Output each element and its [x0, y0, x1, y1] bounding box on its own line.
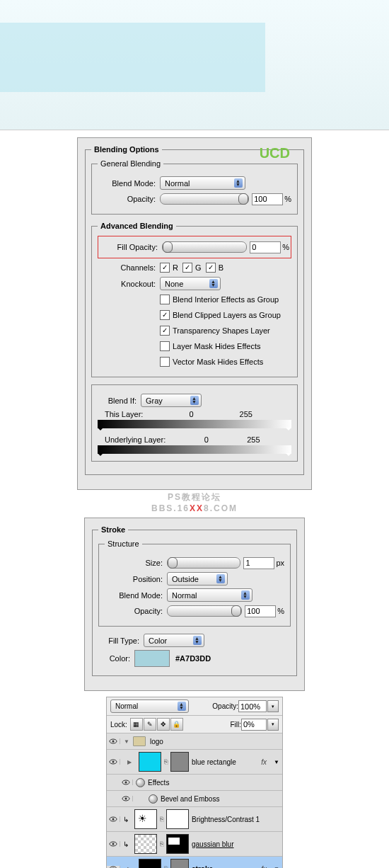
- blend-if-label: Blend If:: [98, 396, 141, 405]
- expand-toggle[interactable]: ▼: [120, 738, 133, 745]
- percent-unit: %: [282, 243, 289, 251]
- blue-rectangle-preview: [0, 23, 265, 92]
- position-label: Position:: [105, 575, 167, 583]
- opacity-stepper[interactable]: ▾: [267, 700, 279, 712]
- ucd-watermark: UCD: [260, 145, 290, 161]
- slider-thumb[interactable]: [168, 557, 178, 569]
- layer-brightness-contrast[interactable]: ↳ ☀ ⎘ Brightness/Contrast 1: [107, 807, 282, 832]
- lock-transparency-button[interactable]: ▦: [130, 718, 143, 731]
- stroke-blend-mode-dropdown[interactable]: Normal ▲▼: [167, 588, 252, 602]
- stroke-panel: Stroke Structure Size: px Position: Outs…: [84, 518, 305, 691]
- svg-point-1: [112, 741, 115, 743]
- layer-label: stroke: [192, 865, 258, 869]
- layer-gaussian-blur[interactable]: ↳ ⎘ gaussian blur: [107, 832, 282, 857]
- layer-label: Brightness/Contrast 1: [192, 816, 279, 823]
- channel-g-checkbox[interactable]: [182, 263, 192, 273]
- fill-label: Fill:: [230, 721, 241, 729]
- visibility-toggle[interactable]: [120, 780, 133, 785]
- slider-thumb[interactable]: [238, 193, 248, 205]
- channel-b-checkbox[interactable]: [206, 263, 216, 273]
- underlying-gradient[interactable]: [98, 445, 291, 454]
- this-layer-max: 255: [240, 410, 252, 418]
- channel-b-label: B: [219, 263, 223, 272]
- gradient-stop-white[interactable]: [286, 453, 291, 459]
- fx-badge[interactable]: fx: [261, 758, 271, 766]
- knockout-dropdown[interactable]: None ▲▼: [160, 277, 221, 290]
- fx-expand[interactable]: ▼: [274, 866, 279, 869]
- gradient-stop-black[interactable]: [98, 428, 103, 433]
- adjustment-thumbnail[interactable]: ☀: [134, 809, 157, 829]
- layers-opacity-label: Opacity:: [212, 702, 238, 710]
- fill-opacity-input[interactable]: [250, 241, 281, 253]
- mask-thumbnail[interactable]: [170, 752, 189, 772]
- opacity-input[interactable]: [252, 193, 283, 205]
- folder-icon: [133, 736, 146, 746]
- blend-if-dropdown[interactable]: Gray ▲▼: [141, 394, 202, 407]
- chevron-down-icon: ▲▼: [179, 702, 184, 709]
- layer-bevel-emboss[interactable]: Bevel and Emboss: [107, 791, 282, 807]
- position-dropdown[interactable]: Outside ▲▼: [167, 572, 228, 586]
- layer-blue-rectangle[interactable]: ▶ ⎘ blue rectangle fx▼: [107, 750, 282, 775]
- chevron-down-icon: ▲▼: [211, 280, 216, 287]
- layer-stroke[interactable]: ▶ ⎘ stroke fx▼: [107, 857, 282, 868]
- visibility-toggle[interactable]: [107, 841, 120, 847]
- layers-fill-input[interactable]: [241, 719, 267, 731]
- stroke-opacity-slider[interactable]: [167, 605, 242, 617]
- blend-mode-dropdown[interactable]: Normal ▲▼: [160, 176, 245, 190]
- mask-thumbnail[interactable]: [166, 834, 189, 854]
- transparency-shapes-checkbox[interactable]: [160, 326, 170, 336]
- layer-thumbnail[interactable]: [134, 834, 157, 854]
- knockout-label: Knockout:: [98, 280, 160, 288]
- gradient-stop-black[interactable]: [98, 453, 103, 459]
- mask-thumbnail[interactable]: [166, 809, 189, 829]
- fill-type-dropdown[interactable]: Color ▲▼: [144, 634, 204, 647]
- advanced-blending-legend: Advanced Blending: [98, 222, 176, 230]
- color-hex: #A7D3DD: [175, 654, 211, 663]
- underlying-min: 0: [204, 435, 209, 444]
- vector-mask-hides-checkbox[interactable]: [160, 357, 170, 367]
- layers-opacity-input[interactable]: [238, 700, 267, 712]
- fx-expand[interactable]: ▼: [274, 759, 279, 765]
- expand-toggle[interactable]: ▶: [123, 866, 136, 869]
- this-layer-gradient[interactable]: [98, 420, 291, 428]
- blend-interior-checkbox[interactable]: [160, 295, 170, 304]
- layer-group-logo[interactable]: ▼ logo: [107, 733, 282, 750]
- lock-all-button[interactable]: 🔒: [170, 718, 183, 731]
- stroke-opacity-input[interactable]: [245, 605, 276, 617]
- fill-opacity-slider[interactable]: [162, 241, 247, 253]
- visibility-toggle[interactable]: [107, 816, 120, 822]
- gradient-stop-white[interactable]: [286, 428, 291, 433]
- blend-clipped-checkbox[interactable]: [160, 310, 170, 320]
- slider-thumb[interactable]: [163, 241, 173, 253]
- layers-blend-mode-value: Normal: [115, 702, 138, 710]
- color-swatch[interactable]: [134, 650, 170, 667]
- visibility-toggle[interactable]: [107, 738, 120, 744]
- visibility-toggle[interactable]: [120, 796, 133, 801]
- layer-thumbnail[interactable]: [139, 859, 161, 868]
- channel-r-checkbox[interactable]: [160, 263, 170, 273]
- expand-toggle[interactable]: ▶: [123, 759, 136, 765]
- mask-thumbnail[interactable]: [170, 859, 189, 868]
- this-layer-min: 0: [189, 410, 193, 418]
- svg-point-11: [112, 843, 115, 845]
- layers-panel: Normal ▲▼ Opacity: ▾ Lock: ▦ ✎ ✥ 🔒 Fill:…: [106, 697, 283, 868]
- size-slider[interactable]: [167, 557, 240, 569]
- layer-mask-hides-checkbox[interactable]: [160, 341, 170, 351]
- fill-stepper[interactable]: ▾: [267, 719, 279, 731]
- slider-thumb[interactable]: [231, 605, 241, 617]
- layer-effects[interactable]: Effects: [107, 775, 282, 791]
- lock-pixels-button[interactable]: ✎: [144, 718, 156, 731]
- chevron-down-icon: ▲▼: [243, 591, 248, 598]
- size-input[interactable]: [243, 557, 274, 569]
- link-icon: ⎘: [160, 840, 163, 847]
- lock-position-button[interactable]: ✥: [157, 718, 170, 731]
- opacity-slider[interactable]: [160, 193, 249, 205]
- position-value: Outside: [172, 575, 199, 583]
- layer-thumbnail[interactable]: [139, 752, 161, 772]
- layers-blend-mode-dropdown[interactable]: Normal ▲▼: [110, 699, 189, 713]
- fx-badge[interactable]: fx: [261, 865, 271, 869]
- general-blending-legend: General Blending: [98, 159, 163, 168]
- fill-opacity-label: Fill Opacity:: [100, 243, 162, 251]
- visibility-toggle[interactable]: [107, 759, 120, 765]
- clip-indicator: ↳: [123, 816, 132, 823]
